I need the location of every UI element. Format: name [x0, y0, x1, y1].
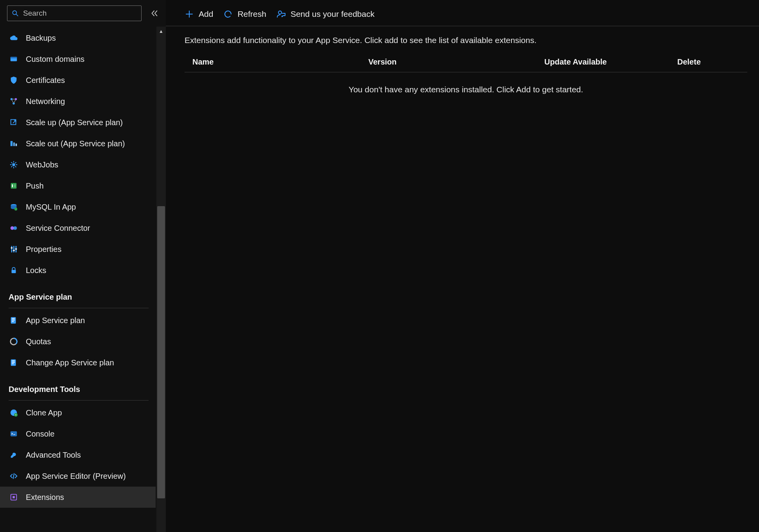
mysql-icon — [9, 202, 19, 212]
sidebar-item-app-service-editor[interactable]: App Service Editor (Preview) — [0, 466, 156, 487]
sidebar-item-label: Clone App — [26, 408, 62, 417]
extension-icon — [9, 492, 19, 502]
sidebar-item-scale-up[interactable]: Scale up (App Service plan) — [0, 112, 156, 133]
sidebar-item-quotas[interactable]: Quotas — [0, 331, 156, 352]
plus-icon — [185, 9, 194, 19]
section-divider — [9, 400, 149, 401]
sidebar-item-label: App Service plan — [26, 316, 85, 325]
main-panel: Add Refresh Send us your feedback Extens… — [166, 0, 759, 532]
sidebar-item-label: Backups — [26, 34, 56, 43]
sidebar-item-label: Console — [26, 430, 54, 439]
sidebar-item-label: Extensions — [26, 493, 64, 502]
search-icon — [11, 9, 19, 17]
sidebar-item-label: Change App Service plan — [26, 358, 114, 367]
connector-icon — [9, 223, 19, 233]
sidebar-item-custom-domains[interactable]: Custom domains — [0, 49, 156, 70]
feedback-button[interactable]: Send us your feedback — [276, 9, 375, 19]
network-icon — [9, 96, 19, 106]
wrench-icon — [9, 450, 19, 460]
properties-icon — [9, 244, 19, 254]
sidebar-item-console[interactable]: Console — [0, 423, 156, 444]
sidebar-item-label: MySQL In App — [26, 203, 76, 212]
cloud-icon — [9, 33, 19, 43]
toolbar: Add Refresh Send us your feedback — [166, 2, 759, 26]
col-header-version[interactable]: Version — [368, 58, 544, 66]
scroll-track[interactable] — [156, 36, 166, 523]
sidebar-item-label: Scale up (App Service plan) — [26, 118, 123, 127]
sidebar-item-label: Service Connector — [26, 224, 90, 233]
feedback-label: Send us your feedback — [291, 9, 375, 19]
sidebar-scrollbar[interactable]: ▲ ▼ — [156, 27, 166, 532]
collapse-sidebar-button[interactable] — [149, 7, 160, 19]
sidebar-item-label: Locks — [26, 266, 46, 275]
shield-icon — [9, 75, 19, 85]
scroll-up-arrow-icon[interactable]: ▲ — [156, 27, 166, 36]
search-box[interactable] — [7, 5, 142, 21]
sidebar-item-service-connector[interactable]: Service Connector — [0, 217, 156, 239]
sidebar-item-advanced-tools[interactable]: Advanced Tools — [0, 444, 156, 466]
sidebar-item-label: Scale out (App Service plan) — [26, 139, 125, 148]
extensions-table: Name Version Update Available Delete You… — [185, 52, 747, 107]
empty-state-text: You don't have any extensions installed.… — [185, 72, 747, 107]
sidebar-item-extensions[interactable]: Extensions — [0, 487, 156, 508]
feedback-icon — [276, 9, 286, 19]
quota-icon — [9, 336, 19, 347]
refresh-label: Refresh — [237, 9, 266, 19]
gear-icon — [9, 160, 19, 170]
section-header: App Service plan — [0, 281, 156, 306]
search-input[interactable] — [19, 9, 137, 18]
sidebar-item-app-service-plan[interactable]: App Service plan — [0, 310, 156, 331]
plan-icon — [9, 358, 19, 368]
refresh-button[interactable]: Refresh — [223, 9, 266, 19]
sidebar-item-label: Push — [26, 182, 44, 191]
table-header-row: Name Version Update Available Delete — [185, 52, 747, 72]
sidebar-item-label: App Service Editor (Preview) — [26, 472, 126, 481]
add-label: Add — [199, 9, 213, 19]
sidebar-item-backups[interactable]: Backups — [0, 27, 156, 49]
code-icon — [9, 471, 19, 481]
sidebar-item-label: Networking — [26, 97, 65, 106]
scroll-thumb[interactable] — [157, 206, 165, 498]
section-divider — [9, 308, 149, 308]
sidebar-item-label: Custom domains — [26, 55, 84, 64]
sidebar-item-change-app-service-plan[interactable]: Change App Service plan — [0, 352, 156, 373]
add-button[interactable]: Add — [185, 9, 213, 19]
section-header: Development Tools — [0, 373, 156, 398]
sidebar-item-label: WebJobs — [26, 160, 58, 169]
col-header-name[interactable]: Name — [192, 58, 368, 66]
sidebar: BackupsCustom domainsCertificatesNetwork… — [0, 0, 166, 532]
intro-text: Extensions add functionality to your App… — [166, 26, 759, 49]
sidebar-item-clone-app[interactable]: Clone App — [0, 402, 156, 423]
scaleup-icon — [9, 117, 19, 128]
clone-icon — [9, 408, 19, 418]
domain-icon — [9, 54, 19, 64]
sidebar-item-locks[interactable]: Locks — [0, 260, 156, 281]
sidebar-item-networking[interactable]: Networking — [0, 91, 156, 112]
sidebar-item-mysql-in-app[interactable]: MySQL In App — [0, 196, 156, 217]
sidebar-item-label: Advanced Tools — [26, 451, 81, 460]
refresh-icon — [223, 9, 233, 19]
sidebar-item-push[interactable]: Push — [0, 175, 156, 196]
lock-icon — [9, 265, 19, 275]
sidebar-item-certificates[interactable]: Certificates — [0, 70, 156, 91]
sidebar-item-scale-out[interactable]: Scale out (App Service plan) — [0, 133, 156, 154]
push-icon — [9, 181, 19, 191]
sidebar-item-properties[interactable]: Properties — [0, 239, 156, 260]
sidebar-item-label: Certificates — [26, 76, 65, 85]
plan-icon — [9, 315, 19, 325]
chevrons-left-icon — [150, 9, 159, 18]
sidebar-item-label: Properties — [26, 245, 61, 254]
sidebar-item-label: Quotas — [26, 337, 51, 346]
sidebar-item-webjobs[interactable]: WebJobs — [0, 154, 156, 175]
col-header-delete[interactable]: Delete — [677, 58, 739, 66]
col-header-update[interactable]: Update Available — [544, 58, 677, 66]
scaleout-icon — [9, 138, 19, 149]
console-icon — [9, 429, 19, 439]
